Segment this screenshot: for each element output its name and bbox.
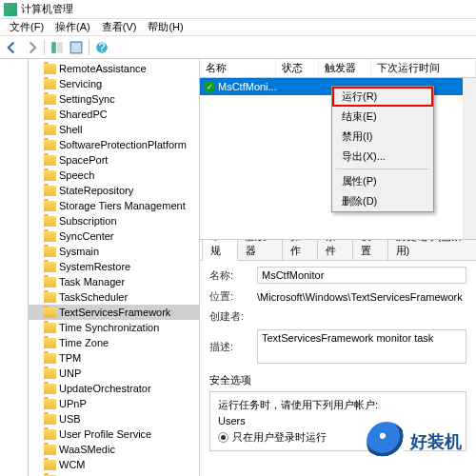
radio-logged-on[interactable] xyxy=(218,432,228,443)
svg-rect-0 xyxy=(51,42,56,53)
tree-item-label: Servicing xyxy=(59,78,102,89)
name-label: 名称: xyxy=(209,268,257,283)
folder-icon xyxy=(44,64,56,74)
folder-icon xyxy=(44,79,56,89)
tree-item[interactable]: SystemRestore xyxy=(29,259,199,274)
tree-item[interactable]: SyncCenter xyxy=(29,228,199,244)
tree-pane[interactable]: RemoteAssistanceServicingSettingSyncShar… xyxy=(29,59,200,476)
task-status-icon: ✓ xyxy=(204,81,215,92)
folder-icon xyxy=(44,445,56,455)
tree-item[interactable]: Sysmain xyxy=(29,244,199,259)
tab-general[interactable]: 常规 xyxy=(202,240,238,261)
tree-item-label: Sysmain xyxy=(59,246,99,257)
content-area: RemoteAssistanceServicingSettingSyncShar… xyxy=(0,59,476,476)
scope-pane xyxy=(0,59,29,476)
ctx-run[interactable]: 运行(R) xyxy=(332,87,433,107)
col-status[interactable]: 状态 xyxy=(276,59,319,77)
tree-item-label: TaskScheduler xyxy=(59,291,128,303)
watermark: 好装机 xyxy=(367,422,462,462)
svg-rect-1 xyxy=(57,42,63,53)
ctx-properties[interactable]: 属性(P) xyxy=(332,171,433,191)
tree-item-label: SoftwareProtectionPlatform xyxy=(59,139,187,150)
tree-item[interactable]: UNP xyxy=(29,366,199,381)
folder-icon xyxy=(44,399,56,409)
tree-item-label: WCM xyxy=(59,459,86,470)
watermark-text: 好装机 xyxy=(410,430,462,453)
tree-item-label: UPnP xyxy=(59,398,87,409)
tree-item[interactable]: Speech xyxy=(29,168,199,183)
tab-conditions[interactable]: 条件 xyxy=(317,240,353,260)
tree-item[interactable]: UpdateOrchestrator xyxy=(29,381,199,396)
tree-item[interactable]: RemoteAssistance xyxy=(29,61,199,76)
col-trigger[interactable]: 触发器 xyxy=(319,59,371,77)
tree-item[interactable]: Subscription xyxy=(29,213,199,228)
folder-icon xyxy=(44,186,56,196)
tree-item[interactable]: User Profile Service xyxy=(29,426,199,442)
ctx-separator xyxy=(336,169,429,169)
ctx-export[interactable]: 导出(X)... xyxy=(332,147,433,167)
properties-button[interactable] xyxy=(68,39,85,56)
tab-history[interactable]: 历史记录(已禁用) xyxy=(387,240,476,260)
col-next[interactable]: 下次运行时间 xyxy=(371,59,476,77)
tree-item-label: Time Zone xyxy=(59,337,109,348)
tree-item[interactable]: USB xyxy=(29,411,199,426)
location-value: \Microsoft\Windows\TextServicesFramework xyxy=(257,291,466,303)
tree-item[interactable]: SettingSync xyxy=(29,91,199,107)
tree-item-label: Subscription xyxy=(59,215,117,227)
tree-item[interactable]: StateRepository xyxy=(29,183,199,198)
tree-item[interactable]: TaskScheduler xyxy=(29,289,199,305)
folder-icon xyxy=(44,231,56,242)
ctx-delete[interactable]: 删除(D) xyxy=(332,191,433,211)
list-scrollbar[interactable] xyxy=(463,78,476,239)
tree-item-label: Task Manager xyxy=(59,276,125,288)
folder-icon xyxy=(44,338,56,348)
detail-pane: 名称 状态 触发器 下次运行时间 ✓ MsCtfMoni... 运行(R) 结束… xyxy=(200,59,476,476)
folder-icon xyxy=(44,292,56,303)
tree-item[interactable]: TPM xyxy=(29,350,199,366)
ctx-end[interactable]: 结束(E) xyxy=(332,107,433,127)
tree-item[interactable]: TextServicesFramework xyxy=(29,305,199,320)
folder-icon xyxy=(44,170,56,181)
tree-item[interactable]: Time Zone xyxy=(29,335,199,350)
tab-actions[interactable]: 操作 xyxy=(282,240,318,260)
folder-icon xyxy=(44,155,56,166)
tree-item-label: RemoteAssistance xyxy=(59,63,147,74)
tree-item-label: TPM xyxy=(59,352,81,364)
menu-file[interactable]: 文件(F) xyxy=(4,20,50,34)
tree-item[interactable]: WCM xyxy=(29,457,199,472)
menu-help[interactable]: 帮助(H) xyxy=(142,20,188,34)
tree-item[interactable]: Storage Tiers Management xyxy=(29,198,199,213)
tree-item[interactable]: SpacePort xyxy=(29,152,199,168)
tree-item-label: Speech xyxy=(59,169,94,181)
tree-item[interactable]: SharedPC xyxy=(29,107,199,122)
tree-item[interactable]: SoftwareProtectionPlatform xyxy=(29,137,199,152)
tree-item-label: USB xyxy=(59,413,81,425)
task-list-pane: 名称 状态 触发器 下次运行时间 ✓ MsCtfMoni... 运行(R) 结束… xyxy=(200,59,476,240)
folder-icon xyxy=(44,247,56,257)
menu-action[interactable]: 操作(A) xyxy=(50,20,96,34)
tree-item[interactable]: WaaSMedic xyxy=(29,442,199,457)
tree-item[interactable]: UPnP xyxy=(29,396,199,411)
help-button[interactable]: ? xyxy=(93,39,110,56)
ctx-disable[interactable]: 禁用(I) xyxy=(332,127,433,147)
col-name[interactable]: 名称 xyxy=(200,59,276,77)
name-field[interactable]: MsCtfMonitor xyxy=(257,267,466,284)
context-menu: 运行(R) 结束(E) 禁用(I) 导出(X)... 属性(P) 删除(D) xyxy=(331,86,434,212)
scope-button[interactable] xyxy=(49,39,66,56)
tab-triggers[interactable]: 触发器 xyxy=(237,240,283,260)
back-button[interactable] xyxy=(4,39,21,56)
tree-item-label: TextServicesFramework xyxy=(59,307,170,318)
run-as-hint: 运行任务时，请使用下列用户帐户: xyxy=(218,398,458,412)
tree-item[interactable]: Servicing xyxy=(29,76,199,91)
tree-item[interactable]: Task Manager xyxy=(29,274,199,289)
menu-view[interactable]: 查看(V) xyxy=(96,20,143,34)
tree-item-label: SharedPC xyxy=(59,109,108,120)
folder-icon xyxy=(44,323,56,333)
tab-settings[interactable]: 设置 xyxy=(352,240,388,260)
forward-button[interactable] xyxy=(23,39,40,56)
tree-item[interactable]: WDI xyxy=(29,472,199,476)
tree-item[interactable]: Time Synchronization xyxy=(29,320,199,335)
window-title: 计算机管理 xyxy=(21,2,73,16)
tree-item[interactable]: Shell xyxy=(29,122,199,137)
desc-field[interactable]: TextServicesFramework monitor task xyxy=(257,329,466,364)
